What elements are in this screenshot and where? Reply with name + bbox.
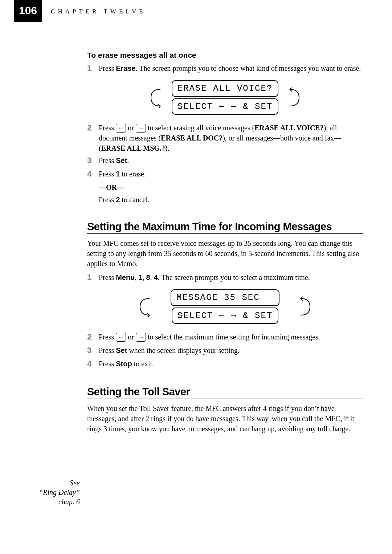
intro-toll-saver: When you set the Toll Saver feature, the… — [87, 403, 363, 434]
lcd-line-2: SELECT ← → & SET — [172, 307, 278, 324]
intro-max-time: Your MFC comes set to receive voice mess… — [87, 238, 363, 269]
text: , — [150, 273, 154, 281]
step-1a: 1 Press Erase. The screen prompts you to… — [87, 63, 363, 74]
lcd-line-1: MESSAGE 35 SEC — [171, 289, 279, 306]
text: ). — [165, 144, 170, 152]
text: to exit. — [132, 360, 154, 368]
option-erase-msg: ERASE ALL MSG.? — [101, 144, 165, 152]
text: Press — [99, 156, 116, 164]
margin-line: See — [25, 478, 80, 488]
right-arrow-key-icon: → — [136, 124, 146, 133]
section-rule — [87, 233, 363, 234]
step-4b: 4 Press Stop to exit. — [87, 359, 363, 370]
step-3b: 3 Press Set when the screen displays you… — [87, 345, 363, 357]
text: Press — [99, 273, 116, 281]
step-number-icon: 1 — [87, 63, 99, 74]
margin-line: chap. 6 — [25, 497, 80, 506]
step-number-icon: 4 — [87, 168, 99, 180]
page-number: 106 — [14, 0, 42, 22]
step-number-icon: 2 — [87, 331, 99, 343]
key-4: 4 — [154, 273, 158, 281]
step-4a: 4 Press 1 to erase. — [87, 169, 363, 180]
lcd-line-2: SELECT ← → & SET — [172, 98, 278, 115]
heading-max-time: Setting the Maximum Time for Incoming Me… — [87, 221, 363, 233]
key-set: Set — [116, 156, 127, 164]
text: , — [143, 273, 146, 281]
step-2a: 2 Press ← or → to select erasing all voi… — [87, 123, 363, 153]
text: Press — [99, 196, 116, 204]
text: to cancel. — [120, 196, 150, 204]
text: or — [126, 333, 136, 341]
lcd-line-1: ERASE ALL VOICE? — [172, 80, 278, 97]
key-1: 1 — [138, 273, 142, 281]
key-set: Set — [116, 346, 127, 354]
lcd-display-erase: ERASE ALL VOICE? SELECT ← → & SET — [87, 80, 363, 115]
left-arrow-key-icon: ← — [116, 333, 126, 342]
text: to erase. — [120, 170, 146, 178]
option-erase-doc: ERASE ALL DOC? — [161, 134, 222, 142]
text: Press — [99, 124, 116, 132]
section-rule — [87, 399, 363, 399]
cycle-arrow-left-icon — [149, 87, 163, 108]
text: , — [135, 273, 138, 281]
cycle-arrow-left-icon — [138, 296, 152, 317]
step-number-icon: 3 — [87, 345, 99, 356]
step-number-icon: 1 — [87, 272, 99, 283]
step-number-icon: 2 — [87, 122, 99, 134]
text: . The screen prompts you to select a max… — [158, 273, 310, 281]
step-number-icon: 4 — [87, 358, 99, 370]
step-3a: 3 Press Set. — [87, 155, 363, 167]
key-menu: Menu — [116, 273, 135, 281]
heading-toll-saver: Setting the Toll Saver — [87, 386, 363, 398]
text: . The screen prompts you to choose what … — [136, 64, 361, 72]
lcd-display-message-time: MESSAGE 35 SEC SELECT ← → & SET — [87, 289, 363, 325]
text: Press — [99, 170, 116, 178]
text: Press — [99, 333, 116, 341]
key-1: 1 — [116, 170, 120, 178]
chapter-label: CHAPTER TWELVE — [51, 7, 146, 16]
left-arrow-key-icon: ← — [116, 124, 126, 133]
step-1b: 1 Press Menu, 1, 8, 4. The screen prompt… — [87, 272, 363, 284]
option-erase-voice: ERASE ALL VOICE? — [254, 124, 323, 132]
text: to select the maximum time setting for i… — [146, 333, 320, 341]
key-stop: Stop — [116, 360, 132, 368]
text: Press — [99, 360, 116, 368]
or-divider: —OR— — [99, 182, 363, 192]
right-arrow-key-icon: → — [136, 333, 146, 342]
alt-action: Press 2 to cancel. — [99, 195, 363, 205]
key-2: 2 — [116, 196, 120, 204]
main-content: To erase messages all at once 1 Press Er… — [87, 50, 363, 434]
step-number-icon: 3 — [87, 155, 99, 166]
text: Press — [99, 346, 116, 354]
margin-line: “Ring Delay” — [25, 488, 80, 497]
key-8: 8 — [146, 273, 150, 281]
text: to select erasing all voice messages ( — [146, 124, 254, 132]
step-2b: 2 Press ← or → to select the maximum tim… — [87, 332, 363, 343]
margin-cross-reference: See “Ring Delay” chap. 6 — [25, 478, 80, 506]
text: when the screen displays your setting. — [127, 346, 239, 354]
cycle-arrow-right-icon — [298, 296, 312, 317]
page-header: 106 CHAPTER TWELVE — [0, 0, 392, 22]
text: or — [126, 124, 136, 132]
key-erase: Erase — [116, 64, 136, 72]
text: Press — [99, 64, 116, 72]
header-rule — [14, 24, 367, 24]
cycle-arrow-right-icon — [287, 87, 301, 108]
subheading-erase-all: To erase messages all at once — [87, 50, 363, 60]
text: . — [127, 156, 129, 164]
